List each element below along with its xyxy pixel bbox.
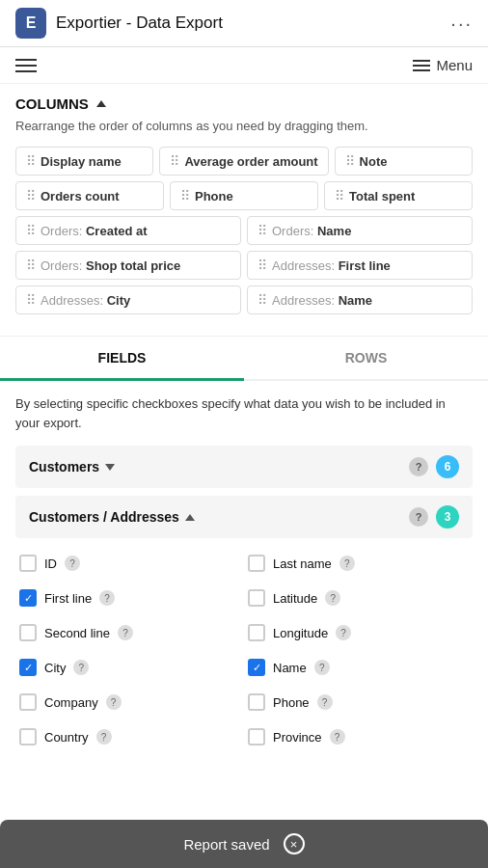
field-last-name-help[interactable]: ? [339,556,355,571]
drag-icon: ⠿ [345,153,355,169]
field-last-name: Last name ? [244,546,473,581]
field-id: ID ? [15,546,244,581]
field-last-name-checkbox[interactable] [248,555,265,572]
field-latitude: Latitude ? [244,581,473,615]
columns-row-5: ⠿ Addresses: City ⠿ Addresses: Name [15,285,473,314]
drag-icon: ⠿ [170,153,179,169]
menu-lines-icon [413,60,430,71]
col-tag-orders-shop-total[interactable]: ⠿ Orders: Shop total price [15,251,241,280]
toast-close-button[interactable]: × [284,833,305,854]
field-longitude: Longitude ? [244,615,473,650]
app-header-left: E Exportier - Data Export [15,8,223,39]
customers-addresses-collapse-icon [185,514,195,521]
field-phone: Phone ? [244,685,473,719]
field-country-help[interactable]: ? [96,729,112,745]
customers-collapse-icon [105,464,115,471]
customers-group-header[interactable]: Customers ? 6 [15,446,473,488]
customers-group-controls: ? 6 [409,455,459,478]
col-tag-phone[interactable]: ⠿ Phone [170,181,318,210]
three-dots-menu[interactable]: ··· [450,13,473,35]
customers-addresses-group-header[interactable]: Customers / Addresses ? 3 [15,496,473,538]
field-first-line: First line ? [15,581,244,615]
nav-bar: Menu [0,47,488,84]
col-tag-display-name[interactable]: ⠿ Display name [15,147,153,176]
app-icon: E [15,8,46,39]
toast: Report saved × [0,820,488,868]
fields-description: By selecting specific checkboxes specify… [15,394,473,432]
columns-description: Rearrange the order of columns as you ne… [15,118,473,135]
field-first-line-help[interactable]: ? [99,590,115,606]
col-tag-addresses-name[interactable]: ⠿ Addresses: Name [247,285,473,314]
menu-button[interactable]: Menu [413,57,473,73]
col-tag-orders-count[interactable]: ⠿ Orders count [15,181,164,210]
app-title: Exportier - Data Export [56,14,223,33]
customers-help-icon[interactable]: ? [409,457,428,476]
tab-rows[interactable]: ROWS [244,337,488,379]
customers-count-badge: 6 [436,455,459,478]
tab-fields[interactable]: FIELDS [0,337,244,379]
col-tag-note[interactable]: ⠿ Note [335,147,473,176]
col-tag-addresses-firstline[interactable]: ⠿ Addresses: First line [247,251,473,280]
col-tag-addresses-city[interactable]: ⠿ Addresses: City [15,285,241,314]
fields-section: By selecting specific checkboxes specify… [0,381,488,775]
col-tag-orders-created[interactable]: ⠿ Orders: Created at [15,216,241,245]
drag-icon: ⠿ [258,223,267,238]
columns-heading[interactable]: COLUMNS [15,95,473,112]
field-latitude-help[interactable]: ? [325,590,340,606]
customers-addresses-label: Customers / Addresses [29,509,195,525]
field-city-checkbox[interactable] [19,659,37,676]
drag-icon: ⠿ [258,258,267,273]
field-first-line-checkbox[interactable] [19,589,37,607]
field-phone-checkbox[interactable] [248,693,265,711]
col-tag-orders-name[interactable]: ⠿ Orders: Name [247,216,473,245]
columns-row-3: ⠿ Orders: Created at ⠿ Orders: Name [15,216,473,245]
columns-row-4: ⠿ Orders: Shop total price ⠿ Addresses: … [15,251,473,280]
customers-group-label: Customers [29,459,115,475]
field-city-help[interactable]: ? [73,660,89,675]
tabs: FIELDS ROWS [0,337,488,381]
drag-icon: ⠿ [26,153,36,169]
app-header: E Exportier - Data Export ··· [0,0,488,47]
field-longitude-help[interactable]: ? [336,625,351,640]
field-second-line-checkbox[interactable] [19,624,37,641]
customers-addresses-count-badge: 3 [436,505,459,529]
drag-icon: ⠿ [26,223,36,238]
customers-addresses-controls: ? 3 [409,505,459,529]
field-second-line: Second line ? [15,615,244,650]
columns-row-1: ⠿ Display name ⠿ Average order amount ⠿ … [15,147,473,176]
drag-icon: ⠿ [180,188,190,203]
drag-icon: ⠿ [26,188,36,203]
field-company-checkbox[interactable] [19,693,37,711]
field-province: Province ? [244,719,473,754]
drag-icon: ⠿ [258,292,267,308]
field-name-help[interactable]: ? [314,660,330,675]
columns-collapse-icon [96,100,106,107]
field-country-checkbox[interactable] [19,728,37,746]
addresses-fields-grid: ID ? Last name ? First line ? Latitude ?… [15,546,473,754]
drag-icon: ⠿ [26,258,36,273]
field-name-checkbox[interactable] [248,659,265,676]
columns-section: COLUMNS Rearrange the order of columns a… [0,84,488,337]
drag-icon: ⠿ [335,188,344,203]
hamburger-icon[interactable] [15,59,37,72]
field-longitude-checkbox[interactable] [248,624,265,641]
field-id-help[interactable]: ? [65,556,80,571]
field-second-line-help[interactable]: ? [118,625,133,640]
col-tag-avg-order[interactable]: ⠿ Average order amount [159,147,328,176]
columns-row-2: ⠿ Orders count ⠿ Phone ⠿ Total spent [15,181,473,210]
field-id-checkbox[interactable] [19,555,37,572]
field-province-checkbox[interactable] [248,728,265,746]
field-city: City ? [15,650,244,685]
customers-addresses-help-icon[interactable]: ? [409,507,428,527]
field-company: Company ? [15,685,244,719]
col-tag-total-spent[interactable]: ⠿ Total spent [324,181,473,210]
field-company-help[interactable]: ? [106,694,122,710]
drag-icon: ⠿ [26,292,36,308]
field-latitude-checkbox[interactable] [248,589,265,607]
field-phone-help[interactable]: ? [317,694,333,710]
field-province-help[interactable]: ? [330,729,345,745]
field-name: Name ? [244,650,473,685]
field-country: Country ? [15,719,244,754]
toast-message: Report saved [183,836,269,853]
